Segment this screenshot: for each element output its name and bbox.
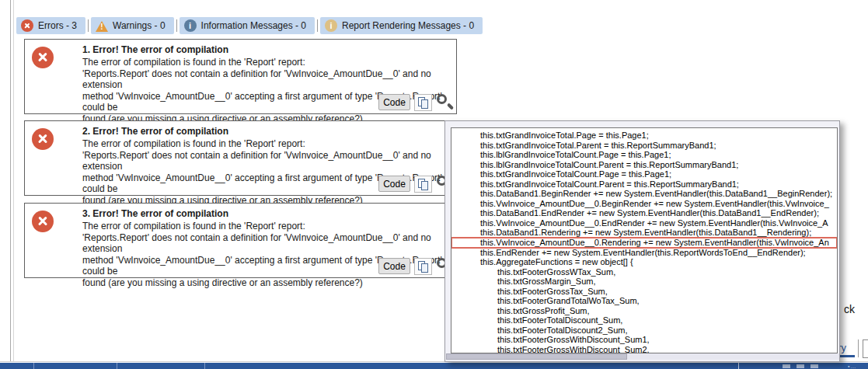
code-line: this.DataBand1.EndRender += new System.E… xyxy=(451,208,837,218)
error-message: The error of compilation is found in the… xyxy=(82,221,449,289)
error-item-2: 2. Error! The error of compilation The e… xyxy=(24,120,457,196)
error-item-1: 1. Error! The error of compilation The e… xyxy=(24,39,457,114)
error-message: The error of compilation is found in the… xyxy=(82,138,449,207)
code-line: this.EndRender += new System.EventHandle… xyxy=(451,248,837,258)
error-icon xyxy=(32,128,54,150)
code-line: this.txtFooterTotalDiscount_Sum, xyxy=(451,315,837,325)
tab-errors-label: Errors - 3 xyxy=(38,20,77,31)
statusbar-separator xyxy=(204,363,205,369)
error-message: The error of compilation is found in the… xyxy=(82,57,449,125)
tab-report-rendering-label: Report Rendering Messages - 0 xyxy=(342,20,474,31)
copy-button[interactable] xyxy=(414,176,432,193)
code-line: this.txtGrossMargin_Sum, xyxy=(451,277,837,287)
code-line: this.txtFooterGrandTotalWoTax_Sum, xyxy=(451,296,837,306)
code-button[interactable]: Code xyxy=(378,176,410,192)
error-item-3: 3. Error! The error of compilation The e… xyxy=(24,203,457,278)
scrollbar-thumb[interactable] xyxy=(446,353,627,360)
statusbar-separator xyxy=(117,363,117,369)
copy-button[interactable] xyxy=(414,94,432,111)
tab-separator xyxy=(176,19,177,32)
tab-warnings-label: Warnings - 0 xyxy=(113,20,166,31)
report-rendering-info-icon: i xyxy=(325,19,337,32)
code-line: this.txtGrandInvoiceTotalCount.Page = th… xyxy=(451,169,837,179)
code-line: this.txtFooterGrossTax_Sum, xyxy=(451,287,837,297)
left-splitter-line-2 xyxy=(13,0,14,362)
statusbar-view-icon[interactable] xyxy=(810,364,818,368)
error-title: 1. Error! The error of compilation xyxy=(82,44,228,55)
left-splitter-line xyxy=(10,0,11,362)
code-line: this.lblGrandInvoiceTotalCount.Page = th… xyxy=(451,150,837,160)
copy-button[interactable] xyxy=(414,258,432,275)
error-icon xyxy=(32,211,54,232)
code-line: this.VwInvoice_AmountDue__0.BeginRender … xyxy=(451,199,837,209)
error-actions: Code xyxy=(378,175,454,193)
tab-report-rendering-messages[interactable]: i Report Rendering Messages - 0 xyxy=(320,17,483,34)
code-lines: this.txtGrandInvoiceTotal.Page = this.Pa… xyxy=(451,128,837,353)
tab-warnings[interactable]: ! Warnings - 0 xyxy=(91,17,174,34)
tab-separator xyxy=(88,19,89,32)
code-line-highlighted: this.VwInvoice_AmountDue__0.Rendering +=… xyxy=(451,238,837,248)
statusbar-dots-icon: ▪… xyxy=(848,364,856,369)
code-line: this.AggregateFunctions = new object[] { xyxy=(451,257,837,267)
status-bar: ▪… xyxy=(0,363,868,369)
code-line: this.txtGrossProfit_Sum, xyxy=(451,306,837,316)
error-actions: Code xyxy=(378,257,454,275)
occluded-background-text: ck xyxy=(844,303,855,315)
statusbar-view-icon[interactable] xyxy=(783,364,790,368)
message-tabs: Errors - 3 ! Warnings - 0 i Information … xyxy=(16,17,483,34)
code-preview-popup: this.txtGrandInvoiceTotal.Page = this.Pa… xyxy=(444,120,840,362)
code-line: this.VwInvoice_AmountDue__0.EndRender +=… xyxy=(451,218,837,228)
code-line: this.txtFooterTotalDiscount2_Sum, xyxy=(451,325,837,336)
code-line: this.DataBand1.Rendering += new System.E… xyxy=(451,228,837,238)
error-title: 3. Error! The error of compilation xyxy=(82,208,228,219)
tab-information-label: Information Messages - 0 xyxy=(201,20,306,31)
code-line: this.txtFooterGrossWithDiscount_Sum1, xyxy=(451,335,837,345)
code-line: this.txtFooterGrossWTax_Sum, xyxy=(451,267,837,277)
error-title: 2. Error! The error of compilation xyxy=(82,126,228,137)
background-tab-separator xyxy=(858,339,859,357)
code-line: this.txtGrandInvoiceTotal.Parent = this.… xyxy=(451,141,837,151)
tab-errors[interactable]: Errors - 3 xyxy=(16,17,85,34)
info-icon: i xyxy=(184,19,197,32)
statusbar-separator xyxy=(738,363,739,369)
statusbar-view-icon[interactable] xyxy=(797,364,804,368)
statusbar-separator xyxy=(33,363,34,369)
code-line: this.txtGrandInvoiceTotalCount.Parent = … xyxy=(451,179,837,190)
code-line: this.lblGrandInvoiceTotalCount.Parent = … xyxy=(451,160,837,170)
code-viewer: this.txtGrandInvoiceTotal.Page = this.Pa… xyxy=(451,127,838,353)
code-line: this.txtGrandInvoiceTotal.Page = this.Pa… xyxy=(451,131,837,141)
occluded-background-box xyxy=(863,339,868,358)
error-icon xyxy=(21,19,33,32)
code-button[interactable]: Code xyxy=(378,94,410,110)
tab-separator xyxy=(317,19,318,32)
error-actions: Code xyxy=(378,93,454,111)
code-line: this.txtFooterGrossWithDiscount_Sum2, xyxy=(451,345,837,353)
error-icon xyxy=(32,47,54,68)
code-line: this.DataBand1.BeginRender += new System… xyxy=(451,189,837,199)
search-icon[interactable] xyxy=(436,93,454,111)
horizontal-scrollbar[interactable] xyxy=(446,353,839,360)
warning-icon: ! xyxy=(96,20,108,32)
code-button[interactable]: Code xyxy=(378,258,410,274)
tab-information-messages[interactable]: i Information Messages - 0 xyxy=(180,17,315,34)
